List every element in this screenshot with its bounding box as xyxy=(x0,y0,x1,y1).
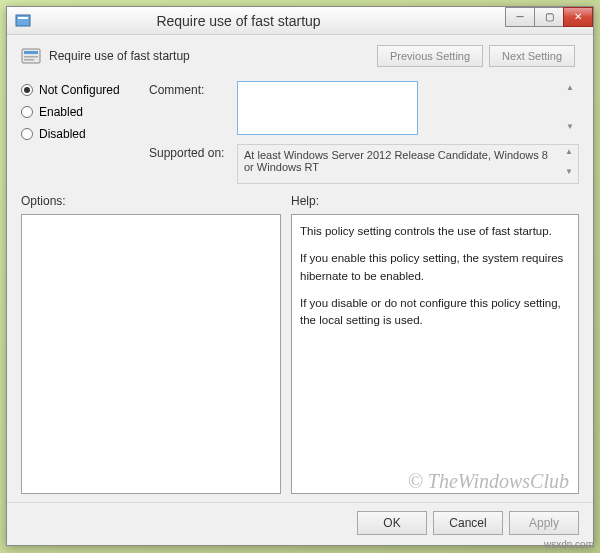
svg-rect-5 xyxy=(24,59,34,61)
radio-disabled[interactable]: Disabled xyxy=(21,127,141,141)
supported-on-label: Supported on: xyxy=(149,144,229,184)
help-line: If you enable this policy setting, the s… xyxy=(300,250,570,285)
scroll-up-icon[interactable]: ▲ xyxy=(562,147,576,161)
help-box: This policy setting controls the use of … xyxy=(291,214,579,494)
footer: OK Cancel Apply xyxy=(7,502,593,545)
svg-rect-4 xyxy=(24,56,38,58)
help-line: If you disable or do not configure this … xyxy=(300,295,570,330)
scroll-up-icon[interactable]: ▲ xyxy=(563,83,577,97)
maximize-button[interactable]: ▢ xyxy=(534,7,564,27)
window-controls: ─ ▢ ✕ xyxy=(506,7,593,29)
supported-on-box: At least Windows Server 2012 Release Can… xyxy=(237,144,579,184)
scroll-down-icon[interactable]: ▼ xyxy=(563,122,577,136)
radio-enabled[interactable]: Enabled xyxy=(21,105,141,119)
comment-input[interactable] xyxy=(237,81,418,135)
ok-button[interactable]: OK xyxy=(357,511,427,535)
policy-dialog: Require use of fast startup ─ ▢ ✕ Requir… xyxy=(6,6,594,546)
radio-icon xyxy=(21,84,33,96)
options-label: Options: xyxy=(21,194,281,208)
comment-label: Comment: xyxy=(149,81,229,138)
minimize-button[interactable]: ─ xyxy=(505,7,535,27)
cancel-button[interactable]: Cancel xyxy=(433,511,503,535)
svg-rect-3 xyxy=(24,51,38,54)
options-box xyxy=(21,214,281,494)
help-label: Help: xyxy=(291,194,579,208)
main-panels: Options: Help: This policy setting contr… xyxy=(7,188,593,502)
help-line: This policy setting controls the use of … xyxy=(300,223,570,240)
policy-name-label: Require use of fast startup xyxy=(49,49,369,63)
radio-label: Disabled xyxy=(39,127,86,141)
radio-icon xyxy=(21,128,33,140)
radio-label: Not Configured xyxy=(39,83,120,97)
scroll-down-icon[interactable]: ▼ xyxy=(562,167,576,181)
previous-setting-button[interactable]: Previous Setting xyxy=(377,45,483,67)
titlebar: Require use of fast startup ─ ▢ ✕ xyxy=(7,7,593,35)
header-row: Require use of fast startup Previous Set… xyxy=(7,35,593,73)
window-title: Require use of fast startup xyxy=(0,13,506,29)
radio-label: Enabled xyxy=(39,105,83,119)
supported-on-text: At least Windows Server 2012 Release Can… xyxy=(244,149,548,173)
radio-not-configured[interactable]: Not Configured xyxy=(21,83,141,97)
next-setting-button[interactable]: Next Setting xyxy=(489,45,575,67)
policy-icon xyxy=(21,46,41,66)
config-row: Not Configured Enabled Disabled Comment:… xyxy=(7,73,593,188)
close-button[interactable]: ✕ xyxy=(563,7,593,27)
radio-icon xyxy=(21,106,33,118)
state-radio-group: Not Configured Enabled Disabled xyxy=(21,81,141,184)
apply-button[interactable]: Apply xyxy=(509,511,579,535)
